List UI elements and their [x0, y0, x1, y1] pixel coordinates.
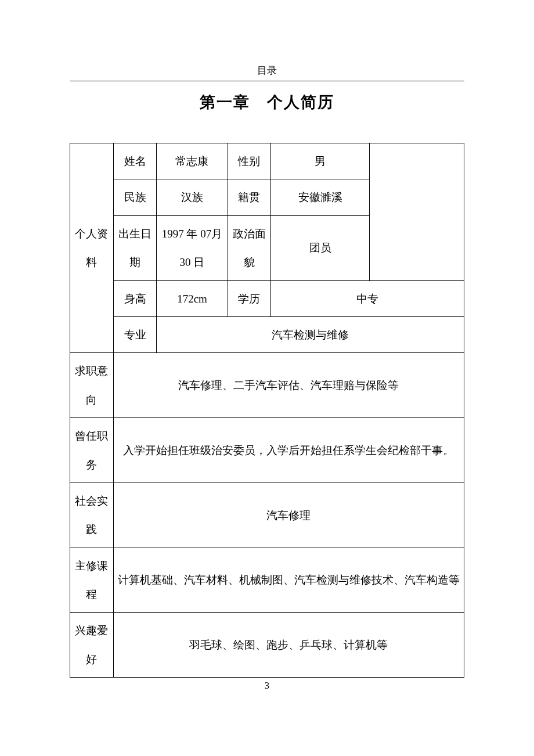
gender-label: 性别	[228, 143, 271, 179]
table-row: 社会实践 汽车修理	[70, 483, 464, 548]
origin-value: 安徽濉溪	[271, 179, 370, 215]
table-row: 兴趣爱好 羽毛球、绘图、跑步、乒乓球、计算机等	[70, 613, 464, 678]
hobby-label: 兴趣爱好	[70, 613, 114, 678]
job-label: 求职意向	[70, 353, 114, 418]
political-label: 政治面貌	[228, 215, 271, 280]
table-row: 身高 172cm 学历 中专	[70, 280, 464, 316]
table-row: 曾任职务 入学开始担任班级治安委员，入学后开始担任系学生会纪检部干事。	[70, 418, 464, 483]
origin-label: 籍贯	[228, 179, 271, 215]
edu-label: 学历	[228, 280, 271, 316]
position-label: 曾任职务	[70, 418, 114, 483]
height-label: 身高	[113, 280, 157, 316]
photo-cell	[370, 143, 464, 281]
name-value: 常志康	[157, 143, 228, 179]
position-value: 入学开始担任班级治安委员，入学后开始担任系学生会纪检部干事。	[113, 418, 464, 483]
section-label: 个人资料	[70, 143, 114, 353]
ethnic-value: 汉族	[157, 179, 228, 215]
height-value: 172cm	[157, 280, 228, 316]
practice-label: 社会实践	[70, 483, 114, 548]
name-label: 姓名	[113, 143, 157, 179]
course-label: 主修课程	[70, 548, 114, 613]
ethnic-label: 民族	[113, 179, 157, 215]
gender-value: 男	[271, 143, 370, 179]
chapter-title: 第一章 个人简历	[70, 92, 464, 113]
political-value: 团员	[271, 215, 370, 280]
table-row: 主修课程 计算机基础、汽车材料、机械制图、汽车检测与维修技术、汽车构造等	[70, 548, 464, 613]
hobby-value: 羽毛球、绘图、跑步、乒乓球、计算机等	[113, 613, 464, 678]
table-row: 个人资料 姓名 常志康 性别 男	[70, 143, 464, 179]
major-value: 汽车检测与维修	[157, 316, 464, 352]
birth-label: 出生日期	[113, 215, 157, 280]
major-label: 专业	[113, 316, 157, 352]
table-row: 专业 汽车检测与维修	[70, 316, 464, 352]
edu-value: 中专	[271, 280, 464, 316]
table-row: 求职意向 汽车修理、二手汽车评估、汽车理赔与保险等	[70, 353, 464, 418]
birth-value: 1997 年 07月 30 日	[157, 215, 228, 280]
practice-value: 汽车修理	[113, 483, 464, 548]
header-label: 目录	[70, 64, 464, 81]
course-value: 计算机基础、汽车材料、机械制图、汽车检测与维修技术、汽车构造等	[113, 548, 464, 613]
page-number: 3	[0, 681, 534, 691]
job-value: 汽车修理、二手汽车评估、汽车理赔与保险等	[113, 353, 464, 418]
resume-table: 个人资料 姓名 常志康 性别 男 民族 汉族 籍贯 安徽濉溪 出生日期 1997…	[70, 143, 464, 678]
